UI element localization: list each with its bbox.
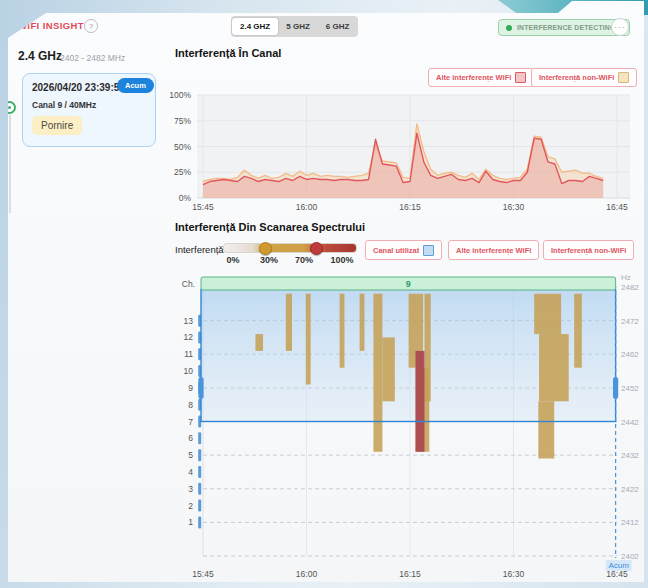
x-axis-tick-label: 16:45 [606,569,628,579]
slider-handle-high[interactable] [310,242,323,255]
slider-tick-100: 100% [330,255,353,265]
channel-tick [198,500,201,512]
selection-handle[interactable] [198,377,203,399]
toggle-nonwifi-spectrum-button[interactable]: Interferență non-WiFi [543,240,634,260]
now-label-bg [606,560,632,571]
y-axis-tick-label: 50% [174,142,191,152]
freq-tick-label: 2402 [621,552,639,561]
channel-tick-label: 1 [188,517,193,527]
toggle-other-wifi-button[interactable]: Alte interferențe WiFi [428,68,534,87]
channel-tick-label: 12 [184,332,194,342]
spectrum-bar [409,294,423,368]
band-label: 2.4 GHz [18,49,62,63]
channel-tick-label: 3 [188,484,193,494]
channel-tick [198,416,201,428]
x-axis-tick-label: 16:00 [296,569,318,579]
spectrum-bar [382,337,394,401]
timeline-marker-icon [3,101,16,114]
interference-slider-label: Interferență [175,244,224,255]
spectrum-title: Interferență Din Scanarea Spectrului [175,221,365,233]
spectrum-bar [416,368,430,452]
channel-tick [198,466,201,478]
channel-tick [198,449,201,461]
toggle-channel-used-button[interactable]: Canal utilizat [365,240,442,260]
y-axis-tick-label: 0% [179,193,192,203]
band-frequency-range: 2402 - 2482 MHz [60,53,125,63]
event-channel: Canal 9 / 40MHz [32,100,96,110]
channel-tick-label: 4 [188,467,193,477]
channel-tick-label: 11 [184,349,193,359]
x-axis-tick-label: 15:45 [192,569,214,579]
y-axis-tick-label: 100% [169,90,191,100]
x-axis-tick-label: 16:15 [399,569,421,579]
channel-tick [198,382,201,394]
freq-tick-label: 2452 [621,384,639,393]
slider-tick-70: 70% [295,255,313,265]
selected-channel-indicator [201,277,616,290]
spectrum-bar [416,351,425,452]
spectrum-chart: Hz248224722462245224422432242224122402Ch… [182,273,640,579]
interference-gradient-slider[interactable] [223,243,357,253]
series-line [203,124,603,182]
toggle-nonwifi-button[interactable]: Interferență non-WiFi [531,68,637,87]
channel-chart-title: Interferență În Canal [175,47,281,59]
freq-tick-label: 2462 [621,350,639,359]
channel-tick-label: 10 [184,366,194,376]
tab-2-4ghz[interactable]: 2.4 GHZ [232,18,278,35]
channel-tick-label: 2 [188,501,193,511]
checkbox-icon[interactable] [515,72,526,83]
channel-tick [198,315,201,327]
x-axis-tick-label: 16:30 [503,569,525,579]
freq-tick-label: 2472 [621,317,639,326]
checkbox-icon[interactable] [423,245,434,256]
help-icon[interactable]: ? [84,19,98,33]
freq-tick-label: 2412 [621,518,639,527]
toggle-other-wifi-spectrum-button[interactable]: Alte interferențe WiFi [448,240,539,260]
tab-6ghz[interactable]: 6 GHZ [318,18,358,35]
freq-tick-label: 2422 [621,485,639,494]
spectrum-bar [424,294,430,402]
spectrum-bar [360,294,365,351]
selected-channel-number: 9 [406,279,411,289]
spectrum-bar [340,294,345,368]
band-tab-group: 2.4 GHZ 5 GHZ 6 GHZ [231,16,358,37]
x-axis-tick-label: 16:30 [503,202,525,212]
channel-interference-chart: 15:4516:0016:1516:3016:450%25%50%75%100% [169,90,630,212]
slider-tick-30: 30% [260,255,278,265]
channel-axis-label: Ch. [182,279,195,289]
channel-tick [198,365,201,377]
tab-5ghz[interactable]: 5 GHZ [278,18,318,35]
channel-selection-fill [201,289,616,421]
interference-status-badge[interactable]: INTERFERENCE DETECTING... [498,19,630,36]
series-area [203,124,603,198]
spectrum-bar [306,294,311,385]
slider-tick-0: 0% [226,255,239,265]
page-title: WIFI INSIGHT [18,20,84,31]
more-options-button[interactable]: ··· [611,18,629,36]
x-axis-tick-label: 16:45 [606,202,628,212]
channel-tick-label: 6 [188,433,193,443]
x-axis-tick-label: 16:00 [296,202,318,212]
event-timestamp: 2026/04/20 23:39:50 [32,82,125,93]
spectrum-bar [255,334,263,351]
slider-handle-low[interactable] [259,242,272,255]
y-axis-tick-label: 25% [174,167,191,177]
selection-handle[interactable] [613,377,618,399]
freq-tick-label: 2442 [621,418,639,427]
x-axis-tick-label: 16:15 [399,202,421,212]
checkbox-icon[interactable] [618,72,629,83]
spectrum-bar [538,401,554,458]
channel-tick [198,516,201,528]
timeline-line [9,115,11,213]
freq-tick-label: 2432 [621,451,639,460]
start-button[interactable]: Pornire [32,116,82,135]
spectrum-bar [574,294,582,368]
channel-tick-label: 5 [188,450,193,460]
channel-selection-box[interactable] [201,289,616,421]
now-badge: Acum [117,78,154,93]
scan-event-card[interactable]: 2026/04/20 23:39:50 Acum Canal 9 / 40MHz… [22,73,156,147]
y-axis-tick-label: 75% [174,116,191,126]
channel-tick-label: 9 [188,383,193,393]
freq-tick-label: 2482 [621,283,639,292]
series-line [203,133,603,185]
